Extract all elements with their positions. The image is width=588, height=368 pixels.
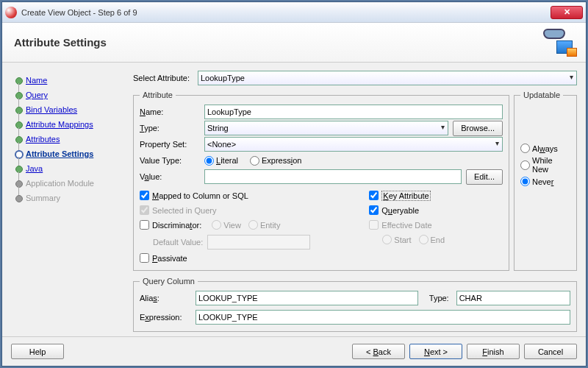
- literal-radio[interactable]: Literal: [204, 156, 238, 166]
- discriminator-checkbox[interactable]: Discriminator: View Entity: [140, 219, 310, 231]
- while-new-radio[interactable]: While New: [520, 156, 570, 174]
- page-title: Attribute Settings: [14, 36, 107, 49]
- header-graphic: [540, 27, 577, 57]
- header: Attribute Settings: [2, 23, 586, 63]
- browse-button[interactable]: Browse...: [453, 121, 503, 136]
- never-radio[interactable]: Never: [520, 177, 570, 186]
- qc-type-label: Type:: [423, 294, 452, 302]
- updatable-fieldset: Updatable Always While New Never: [514, 91, 577, 271]
- finish-button[interactable]: Finish: [467, 344, 520, 359]
- nav-attribute-settings[interactable]: Attribute Settings: [11, 146, 124, 161]
- nav-attribute-mappings[interactable]: Attribute Mappings: [11, 117, 124, 132]
- wizard-window: Create View Object - Step 6 of 9 ✕ Attri…: [1, 1, 587, 367]
- query-column-fieldset: Query Column Alias: Type: Expression:: [133, 277, 577, 332]
- nav-summary: Summary: [11, 191, 124, 205]
- window-title: Create View Object - Step 6 of 9: [21, 8, 551, 17]
- effective-date-checkbox: Effective Date: [369, 219, 445, 231]
- app-icon: [5, 7, 17, 18]
- wizard-nav: Name Query Bind Variables Attribute Mapp…: [11, 70, 124, 332]
- qc-type-input[interactable]: [456, 291, 570, 305]
- nav-application-module: Application Module: [11, 176, 124, 191]
- attribute-legend: Attribute: [140, 91, 176, 99]
- type-label: Type:: [140, 124, 200, 132]
- value-type-label: Value Type:: [140, 156, 200, 165]
- nav-query[interactable]: Query: [11, 88, 124, 102]
- footer: Help < Back Next > Finish Cancel: [2, 336, 586, 366]
- query-column-legend: Query Column: [140, 277, 198, 286]
- type-dropdown[interactable]: String: [204, 121, 448, 135]
- property-set-dropdown[interactable]: <None>: [204, 137, 503, 152]
- property-set-label: Property Set:: [140, 140, 200, 149]
- name-label: Name:: [140, 107, 200, 116]
- nav-bind-variables[interactable]: Bind Variables: [11, 102, 124, 117]
- effective-date-options: Start End: [369, 233, 445, 246]
- back-button[interactable]: < Back: [352, 344, 405, 359]
- edit-button[interactable]: Edit...: [466, 169, 503, 185]
- select-attribute-dropdown[interactable]: LookupType: [198, 71, 577, 85]
- help-button[interactable]: Help: [11, 344, 64, 359]
- cancel-button[interactable]: Cancel: [524, 344, 577, 359]
- expression-radio[interactable]: Expression: [250, 156, 301, 166]
- always-radio[interactable]: Always: [520, 144, 570, 153]
- alias-input[interactable]: [196, 291, 418, 305]
- expression-label: Expression:: [140, 313, 191, 322]
- value-input[interactable]: [204, 169, 462, 184]
- titlebar: Create View Object - Step 6 of 9 ✕: [2, 2, 586, 23]
- nav-name[interactable]: Name: [11, 73, 124, 88]
- name-input[interactable]: [204, 105, 503, 119]
- value-label: Value:: [140, 172, 200, 181]
- attribute-fieldset: Attribute Name: Type: String Browse... P…: [133, 91, 509, 271]
- key-attribute-checkbox[interactable]: Key Attribute: [369, 189, 445, 202]
- select-attribute-label: Select Attribute:: [133, 74, 193, 82]
- default-value-input: [207, 235, 310, 250]
- expression-input[interactable]: [196, 310, 570, 325]
- updatable-legend: Updatable: [520, 91, 563, 99]
- next-button[interactable]: Next >: [409, 344, 462, 359]
- main-panel: Select Attribute: LookupType Attribute N…: [133, 70, 577, 332]
- queryable-checkbox[interactable]: Queryable: [369, 204, 445, 216]
- close-icon[interactable]: ✕: [551, 6, 583, 19]
- alias-label: Alias:: [140, 294, 191, 302]
- nav-attributes[interactable]: Attributes: [11, 132, 124, 146]
- selected-in-query-checkbox: Selected in Query: [140, 204, 310, 216]
- mapped-checkbox[interactable]: Mapped to Column or SQL: [140, 189, 310, 202]
- nav-java[interactable]: Java: [11, 161, 124, 176]
- passivate-checkbox[interactable]: Passivate: [140, 252, 310, 264]
- default-value-row: Default Value:: [140, 235, 310, 250]
